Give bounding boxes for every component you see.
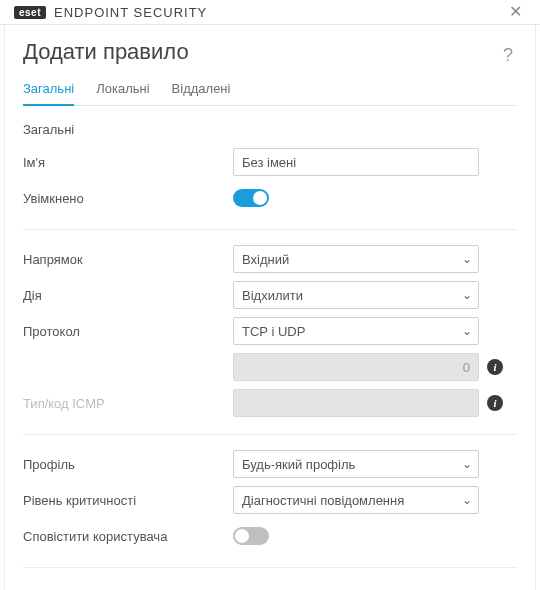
brand-badge: eset xyxy=(14,6,46,19)
chevron-down-icon: ⌄ xyxy=(462,493,472,507)
action-label: Дія xyxy=(23,288,233,303)
icmp-label: Тип/код ICMP xyxy=(23,396,233,411)
close-icon[interactable]: ✕ xyxy=(505,0,526,24)
profile-select[interactable]: Будь-який профіль ⌄ xyxy=(233,450,479,478)
brand-text: ENDPOINT SECURITY xyxy=(54,5,207,20)
protocol-value: TCP і UDP xyxy=(242,324,305,339)
notify-toggle[interactable] xyxy=(233,527,269,545)
action-select[interactable]: Відхилити ⌄ xyxy=(233,281,479,309)
divider xyxy=(23,229,517,230)
name-input[interactable] xyxy=(233,148,479,176)
dialog-body: Додати правило ? Загальні Локальні Відда… xyxy=(4,25,536,590)
port-input xyxy=(233,353,479,381)
icmp-input xyxy=(233,389,479,417)
action-value: Відхилити xyxy=(242,288,303,303)
info-icon[interactable]: i xyxy=(487,395,503,411)
enabled-label: Увімкнено xyxy=(23,191,233,206)
help-icon[interactable]: ? xyxy=(499,41,517,70)
titlebar: eset ENDPOINT SECURITY ✕ xyxy=(0,0,540,25)
profile-value: Будь-який профіль xyxy=(242,457,355,472)
window: eset ENDPOINT SECURITY ✕ Додати правило … xyxy=(0,0,540,590)
protocol-select[interactable]: TCP і UDP ⌄ xyxy=(233,317,479,345)
chevron-down-icon: ⌄ xyxy=(462,324,472,338)
notify-label: Сповістити користувача xyxy=(23,529,233,544)
direction-value: Вхідний xyxy=(242,252,289,267)
tab-remote[interactable]: Віддалені xyxy=(172,75,231,105)
name-label: Ім'я xyxy=(23,155,233,170)
tab-general[interactable]: Загальні xyxy=(23,75,74,106)
tab-local[interactable]: Локальні xyxy=(96,75,149,105)
chevron-down-icon: ⌄ xyxy=(462,457,472,471)
chevron-down-icon: ⌄ xyxy=(462,288,472,302)
severity-select[interactable]: Діагностичні повідомлення ⌄ xyxy=(233,486,479,514)
enabled-toggle[interactable] xyxy=(233,189,269,207)
info-icon[interactable]: i xyxy=(487,359,503,375)
severity-value: Діагностичні повідомлення xyxy=(242,493,404,508)
direction-label: Напрямок xyxy=(23,252,233,267)
direction-select[interactable]: Вхідний ⌄ xyxy=(233,245,479,273)
section-title-general: Загальні xyxy=(23,122,517,137)
profile-label: Профіль xyxy=(23,457,233,472)
page-title: Додати правило xyxy=(23,39,189,65)
brand: eset ENDPOINT SECURITY xyxy=(14,5,207,20)
divider xyxy=(23,567,517,568)
severity-label: Рівень критичності xyxy=(23,493,233,508)
tabs: Загальні Локальні Віддалені xyxy=(23,75,517,106)
chevron-down-icon: ⌄ xyxy=(462,252,472,266)
protocol-label: Протокол xyxy=(23,324,233,339)
divider xyxy=(23,434,517,435)
